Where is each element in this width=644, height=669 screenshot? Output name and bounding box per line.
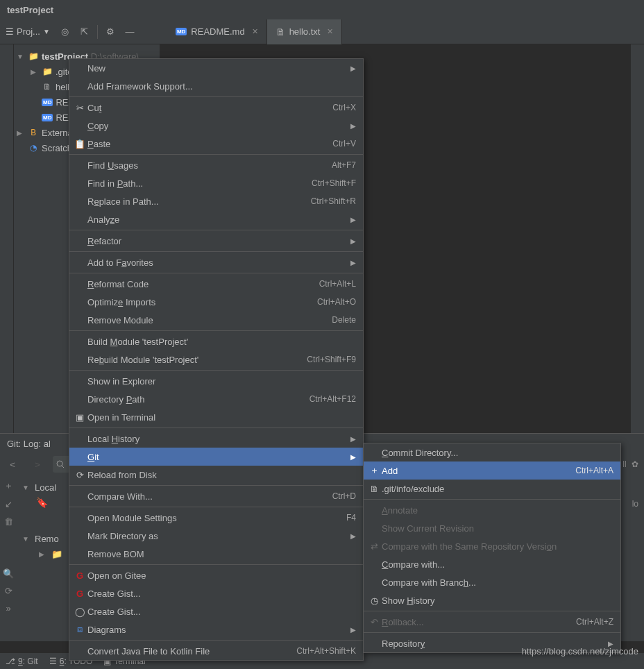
git-local[interactable]: ▼ Local bbox=[22, 480, 62, 495]
markdown-icon: MD bbox=[176, 28, 187, 35]
menu-item[interactable]: GOpen on Gitee bbox=[69, 566, 363, 584]
menu-item[interactable]: Copy▶ bbox=[69, 117, 363, 135]
more-icon[interactable]: » bbox=[6, 603, 10, 613]
left-gutter bbox=[0, 44, 14, 433]
menu-label: Mark Directory as bbox=[87, 531, 348, 541]
titlebar: testProject bbox=[0, 0, 644, 19]
menu-item[interactable]: Remove ModuleDelete bbox=[69, 311, 363, 329]
menu-item[interactable]: Analyze▶ bbox=[69, 210, 363, 228]
menu-item[interactable]: Compare with Branch... bbox=[364, 573, 620, 591]
folder-icon: 📁 bbox=[28, 51, 39, 61]
menu-label: Add to Favorites bbox=[87, 257, 348, 268]
collapse-icon[interactable]: ⇱ bbox=[75, 22, 94, 42]
menu-item[interactable]: Build Module 'testProject' bbox=[69, 332, 363, 350]
menu-shortcut: Delete bbox=[332, 315, 356, 325]
menu-label: Copy bbox=[87, 121, 348, 131]
menu-item[interactable]: Optimize ImportsCtrl+Alt+O bbox=[69, 293, 363, 311]
toolbar: ☰ Proj... ▼ ◎ ⇱ ⚙ — MD README.md ✕ 🗎 hel… bbox=[0, 19, 644, 44]
menu-item[interactable]: Reformat CodeCtrl+Alt+L bbox=[69, 275, 363, 293]
delete-icon[interactable]: 🗑 bbox=[4, 516, 13, 527]
plus-icon[interactable]: ＋ bbox=[4, 480, 13, 492]
gear-icon[interactable]: ⚙ bbox=[101, 22, 120, 42]
menu-label: Compare with... bbox=[382, 559, 613, 570]
menu-item[interactable]: Directory PathCtrl+Alt+F12 bbox=[69, 390, 363, 408]
chevron-right-icon[interactable]: ▶ bbox=[31, 68, 39, 76]
menu-item[interactable]: ◯Create Gist... bbox=[69, 602, 363, 620]
menu-label: Build Module 'testProject' bbox=[87, 337, 356, 347]
minimize-icon[interactable]: — bbox=[120, 22, 139, 42]
menu-label: Compare With... bbox=[87, 491, 332, 502]
git-remote[interactable]: ▼ Remo bbox=[22, 531, 62, 546]
tab-hello[interactable]: 🗎 hello.txt ✕ bbox=[267, 19, 343, 44]
chevron-down-icon[interactable]: ▼ bbox=[22, 535, 31, 543]
back-icon[interactable]: < bbox=[3, 455, 22, 474]
menu-item[interactable]: Mark Directory as▶ bbox=[69, 527, 363, 545]
menu-label: Show History bbox=[382, 595, 613, 606]
target-icon[interactable]: ◎ bbox=[56, 22, 75, 42]
menu-shortcut: Ctrl+Shift+R bbox=[311, 196, 356, 206]
search-icon[interactable]: 🔍 bbox=[3, 568, 14, 579]
statusbar-git[interactable]: ⎇ 9: Git bbox=[6, 657, 38, 666]
menu-item[interactable]: Compare with... bbox=[364, 555, 620, 573]
git-tag[interactable]: 🔖 bbox=[22, 495, 62, 510]
menu-item[interactable]: Replace in Path...Ctrl+Shift+R bbox=[69, 192, 363, 210]
settings-icon[interactable]: ✿ bbox=[629, 459, 638, 469]
menu-item[interactable]: 🗎.git/info/exclude bbox=[364, 480, 620, 498]
menu-item[interactable]: Refactor▶ bbox=[69, 232, 363, 250]
git-remote-item[interactable]: ▶ 📁 bbox=[22, 546, 62, 561]
chevron-right-icon[interactable]: ▶ bbox=[17, 129, 25, 137]
menu-item[interactable]: Find UsagesAlt+F7 bbox=[69, 156, 363, 174]
menu-label: Cut bbox=[87, 103, 332, 113]
menu-item[interactable]: Compare With...Ctrl+D bbox=[69, 487, 363, 505]
menu-label: Create Gist... bbox=[87, 588, 356, 599]
gitee-icon: G bbox=[72, 570, 87, 581]
context-menu[interactable]: New▶Add Framework Support...✂CutCtrl+XCo… bbox=[69, 58, 364, 661]
file-icon: 🗎 bbox=[366, 484, 382, 494]
menu-label: Open Module Settings bbox=[87, 513, 346, 523]
tab-readme[interactable]: MD README.md ✕ bbox=[167, 19, 267, 44]
git-branches[interactable]: ▼ Local 🔖 ▼ Remo ▶ 📁 bbox=[17, 475, 62, 614]
menu-item[interactable]: ✂CutCtrl+X bbox=[69, 99, 363, 117]
terminal-icon: ▣ bbox=[72, 412, 87, 423]
menu-item[interactable]: Local History▶ bbox=[69, 430, 363, 448]
menu-item[interactable]: Git▶ bbox=[69, 448, 363, 466]
menu-item[interactable]: 📋PasteCtrl+V bbox=[69, 135, 363, 153]
chevron-down-icon[interactable]: ▼ bbox=[22, 484, 31, 491]
chevron-right-icon[interactable]: ▶ bbox=[39, 550, 47, 558]
cut-icon: ✂ bbox=[72, 103, 87, 113]
menu-item[interactable]: Add Framework Support... bbox=[69, 77, 363, 95]
menu-item[interactable]: Remove BOM bbox=[69, 545, 363, 563]
menu-item[interactable]: Rebuild Module 'testProject'Ctrl+Shift+F… bbox=[69, 350, 363, 369]
menu-item[interactable]: ⟳Reload from Disk bbox=[69, 466, 363, 484]
submenu-arrow-icon: ▶ bbox=[348, 216, 356, 223]
menu-label: Diagrams bbox=[87, 625, 348, 635]
menu-item[interactable]: New▶ bbox=[69, 59, 363, 77]
menu-item[interactable]: ⧈Diagrams▶ bbox=[69, 620, 363, 638]
refresh-icon[interactable]: ⟳ bbox=[5, 586, 12, 596]
menu-item[interactable]: Show in Explorer bbox=[69, 372, 363, 390]
menu-item[interactable]: Find in Path...Ctrl+Shift+F bbox=[69, 174, 363, 192]
right-gutter bbox=[630, 44, 644, 433]
menu-label: Directory Path bbox=[87, 394, 310, 405]
menu-item[interactable]: ▣Open in Terminal bbox=[69, 408, 363, 426]
submenu-arrow-icon: ▶ bbox=[348, 626, 356, 634]
menu-item[interactable]: Convert Java File to Kotlin FileCtrl+Alt… bbox=[69, 642, 363, 660]
menu-shortcut: Alt+F7 bbox=[332, 160, 356, 170]
close-icon[interactable]: ✕ bbox=[252, 27, 258, 36]
menu-item[interactable]: ＋AddCtrl+Alt+A bbox=[364, 461, 620, 480]
markdown-icon: MD bbox=[42, 114, 53, 121]
project-dropdown[interactable]: ☰ Proj... ▼ bbox=[0, 26, 56, 37]
folder-icon: 📁 bbox=[42, 67, 53, 76]
close-icon[interactable]: ✕ bbox=[327, 27, 333, 36]
checkout-icon[interactable]: ↙ bbox=[5, 499, 12, 509]
menu-item: Annotate bbox=[364, 501, 620, 519]
menu-label: Local History bbox=[87, 434, 348, 444]
menu-item[interactable]: Open Module SettingsF4 bbox=[69, 509, 363, 527]
forward-icon[interactable]: > bbox=[28, 455, 47, 474]
chevron-down-icon[interactable]: ▼ bbox=[17, 53, 25, 60]
menu-item[interactable]: ◷Show History bbox=[364, 591, 620, 609]
menu-item[interactable]: Add to Favorites▶ bbox=[69, 253, 363, 271]
menu-item[interactable]: Commit Directory... bbox=[364, 443, 620, 461]
menu-item[interactable]: GCreate Gist... bbox=[69, 584, 363, 602]
git-submenu[interactable]: Commit Directory...＋AddCtrl+Alt+A🗎.git/i… bbox=[363, 443, 621, 653]
